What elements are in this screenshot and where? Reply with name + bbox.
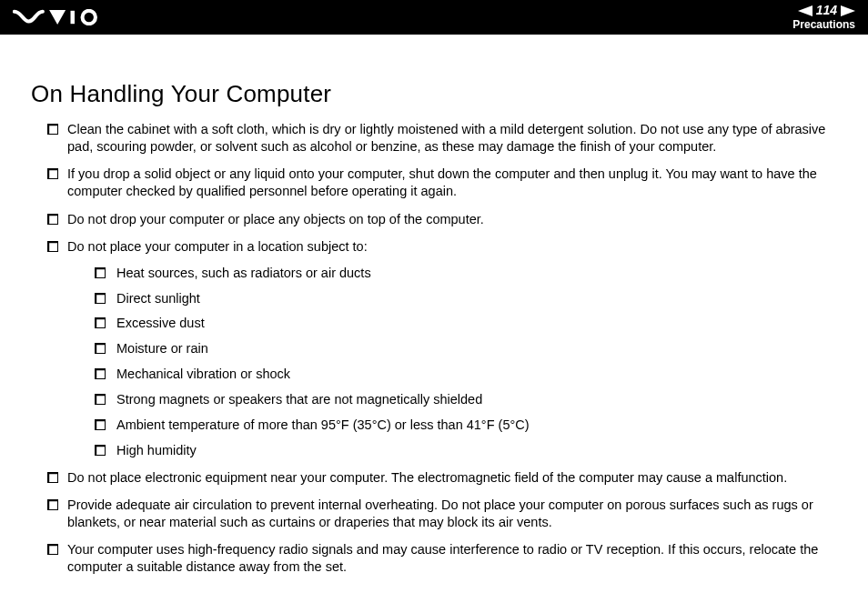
svg-rect-0 <box>71 11 76 24</box>
list-item-text: Do not place your computer in a location… <box>67 239 368 254</box>
list-item: Do not drop your computer or place any o… <box>47 211 837 228</box>
list-item: Excessive dust <box>95 315 837 332</box>
list-item: Do not place your computer in a location… <box>47 238 837 459</box>
list-item: Heat sources, such as radiators or air d… <box>95 265 837 282</box>
vaio-logo <box>13 0 104 35</box>
svg-point-1 <box>83 11 96 24</box>
section-label: Precautions <box>792 19 855 31</box>
list-item: Provide adequate air circulation to prev… <box>47 497 837 531</box>
sub-list: Heat sources, such as radiators or air d… <box>67 265 837 459</box>
page-title: On Handling Your Computer <box>31 80 837 108</box>
list-item: High humidity <box>95 442 837 459</box>
next-page-arrow-icon[interactable] <box>841 5 855 16</box>
list-item: Direct sunlight <box>95 290 837 307</box>
page-header: 114 Precautions <box>0 0 868 35</box>
list-item: If you drop a solid object or any liquid… <box>47 166 837 200</box>
page-nav: 114 <box>792 4 855 17</box>
page-number: 114 <box>814 4 839 17</box>
list-item: Clean the cabinet with a soft cloth, whi… <box>47 121 837 156</box>
prev-page-arrow-icon[interactable] <box>798 5 812 16</box>
list-item: Do not place electronic equipment near y… <box>47 469 837 487</box>
list-item: Moisture or rain <box>95 340 837 357</box>
list-item: Strong magnets or speakers that are not … <box>95 391 837 408</box>
list-item: Mechanical vibration or shock <box>95 366 837 383</box>
list-item: Ambient temperature of more than 95°F (3… <box>95 417 837 434</box>
page-content: On Handling Your Computer Clean the cabi… <box>0 35 868 604</box>
bullet-list: Clean the cabinet with a soft cloth, whi… <box>31 121 837 576</box>
list-item: Your computer uses high-frequency radio … <box>47 541 837 576</box>
header-right: 114 Precautions <box>792 4 855 31</box>
